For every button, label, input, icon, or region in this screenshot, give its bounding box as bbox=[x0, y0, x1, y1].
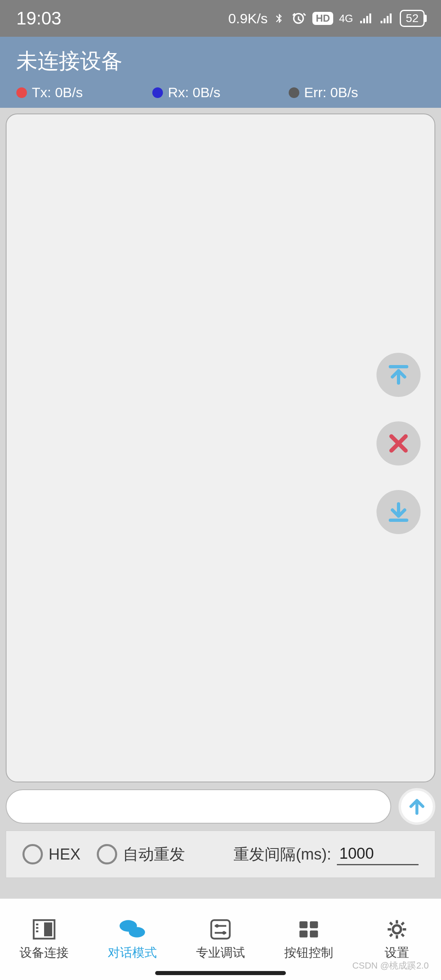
input-row bbox=[0, 788, 441, 831]
svg-point-6 bbox=[129, 927, 145, 938]
svg-point-11 bbox=[222, 931, 226, 935]
alarm-icon bbox=[290, 10, 307, 27]
svg-rect-14 bbox=[299, 931, 307, 938]
svg-line-24 bbox=[390, 934, 392, 936]
grid-icon bbox=[295, 918, 323, 941]
nav-label: 对话模式 bbox=[108, 944, 157, 961]
svg-line-22 bbox=[401, 934, 404, 936]
bluetooth-icon bbox=[273, 10, 285, 27]
svg-rect-1 bbox=[44, 922, 52, 936]
svg-point-9 bbox=[215, 924, 219, 928]
sliders-icon bbox=[207, 918, 234, 941]
nav-label: 按钮控制 bbox=[284, 944, 333, 961]
stat-err: Err: 0B/s bbox=[289, 85, 425, 100]
dot-tx-icon bbox=[16, 87, 27, 98]
nav-label: 专业调试 bbox=[196, 944, 245, 961]
nav-chat-mode[interactable]: 对话模式 bbox=[88, 899, 176, 980]
chat-icon bbox=[118, 918, 146, 941]
nav-label: 设备连接 bbox=[20, 944, 69, 961]
hex-option[interactable]: HEX bbox=[22, 844, 80, 864]
hex-label: HEX bbox=[49, 846, 80, 863]
dot-rx-icon bbox=[152, 87, 163, 98]
main-area bbox=[0, 108, 441, 788]
net-type: 4G bbox=[339, 12, 353, 25]
watermark: CSDN @桃成蹊2.0 bbox=[352, 960, 429, 972]
status-time: 19:03 bbox=[16, 8, 61, 29]
stat-tx: Tx: 0B/s bbox=[16, 85, 152, 100]
svg-rect-13 bbox=[310, 921, 318, 928]
home-indicator[interactable] bbox=[155, 971, 286, 975]
message-input[interactable] bbox=[6, 789, 391, 824]
gear-icon bbox=[383, 918, 411, 941]
device-icon bbox=[30, 918, 58, 941]
app-header: 未连接设备 Tx: 0B/s Rx: 0B/s Err: 0B/s bbox=[0, 37, 441, 108]
options-panel: HEX 自动重发 重发间隔(ms): bbox=[6, 831, 435, 878]
stat-rx: Rx: 0B/s bbox=[152, 85, 288, 100]
svg-rect-3 bbox=[36, 927, 38, 929]
terminal-output[interactable] bbox=[6, 114, 435, 782]
auto-resend-option[interactable]: 自动重发 bbox=[97, 844, 185, 865]
battery-indicator: 52 bbox=[400, 10, 425, 27]
svg-rect-15 bbox=[310, 931, 318, 938]
svg-rect-4 bbox=[36, 931, 38, 932]
svg-rect-7 bbox=[211, 920, 229, 938]
float-buttons bbox=[376, 353, 421, 534]
hd-badge: HD bbox=[312, 12, 333, 25]
svg-point-16 bbox=[393, 925, 401, 933]
nav-button-control[interactable]: 按钮控制 bbox=[265, 899, 353, 980]
app-title: 未连接设备 bbox=[16, 47, 425, 76]
scroll-bottom-button[interactable] bbox=[376, 490, 421, 534]
clear-button[interactable] bbox=[376, 421, 421, 466]
stats-row: Tx: 0B/s Rx: 0B/s Err: 0B/s bbox=[16, 85, 425, 100]
nav-device-connect[interactable]: 设备连接 bbox=[0, 899, 88, 980]
send-button[interactable] bbox=[399, 788, 435, 825]
interval-label: 重发间隔(ms): bbox=[234, 844, 331, 865]
nav-pro-debug[interactable]: 专业调试 bbox=[176, 899, 265, 980]
dot-err-icon bbox=[289, 87, 299, 98]
interval-group: 重发间隔(ms): bbox=[234, 843, 419, 865]
status-right: 0.9K/s HD 4G 52 bbox=[228, 10, 425, 27]
svg-rect-2 bbox=[36, 924, 38, 925]
svg-line-23 bbox=[401, 922, 404, 925]
auto-resend-label: 自动重发 bbox=[123, 844, 185, 865]
hex-radio-icon bbox=[22, 844, 43, 864]
net-speed: 0.9K/s bbox=[228, 11, 267, 27]
auto-resend-radio-icon bbox=[97, 844, 117, 864]
svg-line-21 bbox=[390, 922, 392, 925]
signal-icon-2 bbox=[379, 12, 394, 24]
scroll-top-button[interactable] bbox=[376, 353, 421, 397]
interval-input[interactable] bbox=[337, 843, 419, 865]
svg-rect-12 bbox=[299, 921, 307, 928]
nav-label: 设置 bbox=[385, 944, 409, 961]
signal-icon-1 bbox=[359, 12, 374, 24]
status-bar: 19:03 0.9K/s HD 4G 52 bbox=[0, 0, 441, 37]
